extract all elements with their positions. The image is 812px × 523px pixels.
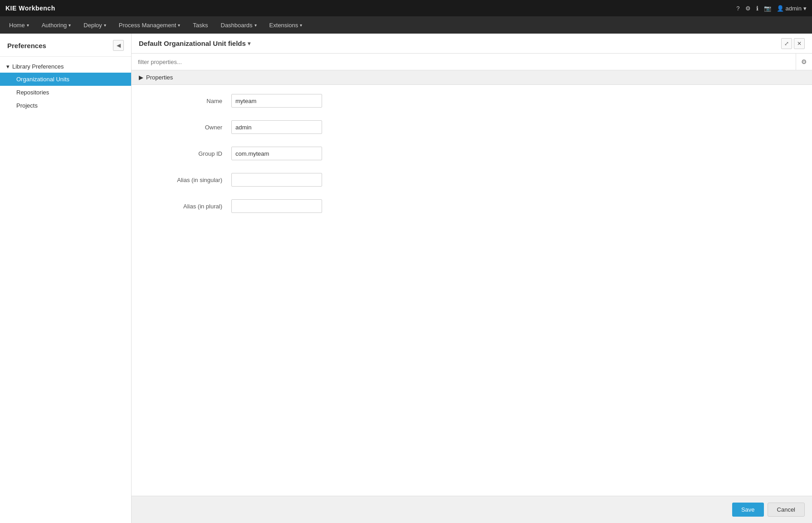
properties-header[interactable]: ▶ Properties bbox=[132, 70, 812, 84]
close-button[interactable]: ✕ bbox=[794, 38, 805, 49]
help-icon[interactable]: ? bbox=[736, 5, 739, 12]
menu-tasks[interactable]: Tasks bbox=[187, 19, 213, 31]
main-panel-content: ▶ Properties Name Owner bbox=[132, 70, 812, 496]
sidebar-collapse-button[interactable]: ◀ bbox=[113, 40, 124, 51]
dashboards-arrow-icon: ▾ bbox=[254, 23, 257, 28]
authoring-arrow-icon: ▾ bbox=[68, 23, 71, 28]
panel-title-arrow-icon: ▾ bbox=[248, 40, 250, 47]
sidebar-item-projects[interactable]: Projects bbox=[0, 99, 131, 112]
user-icon: 👤 bbox=[777, 5, 784, 12]
sidebar-item-repositories[interactable]: Repositories bbox=[0, 86, 131, 99]
user-menu[interactable]: 👤 admin ▾ bbox=[777, 5, 807, 12]
library-preferences-label: Library Preferences bbox=[12, 63, 64, 70]
content-area: Preferences ◀ ▾ Library Preferences Orga… bbox=[0, 34, 812, 523]
camera-icon[interactable]: 📷 bbox=[764, 5, 771, 12]
group-id-input[interactable] bbox=[231, 147, 322, 160]
spacer-area bbox=[132, 300, 812, 496]
form-row-group-id: Group ID bbox=[150, 147, 794, 160]
owner-input[interactable] bbox=[231, 120, 322, 134]
brand-logo: KIE Workbench bbox=[5, 5, 55, 12]
sidebar-header: Preferences ◀ bbox=[0, 34, 131, 57]
process-management-arrow-icon: ▾ bbox=[178, 23, 180, 28]
library-preferences-arrow-icon: ▾ bbox=[6, 63, 10, 70]
name-label: Name bbox=[150, 98, 231, 104]
alias-singular-label: Alias (in singular) bbox=[150, 177, 231, 183]
info-icon[interactable]: ℹ bbox=[756, 5, 758, 12]
form-row-name: Name bbox=[150, 94, 794, 108]
properties-section: ▶ Properties bbox=[132, 70, 812, 85]
menu-home[interactable]: Home ▾ bbox=[4, 19, 34, 31]
filter-settings-button[interactable]: ⚙ bbox=[796, 54, 812, 70]
filter-input[interactable] bbox=[132, 55, 796, 69]
menu-deploy[interactable]: Deploy ▾ bbox=[78, 19, 111, 31]
alias-plural-label: Alias (in plural) bbox=[150, 203, 231, 210]
home-arrow-icon: ▾ bbox=[27, 23, 29, 28]
sidebar-section: ▾ Library Preferences Organizational Uni… bbox=[0, 57, 131, 116]
form-row-alias-plural: Alias (in plural) bbox=[150, 199, 794, 213]
expand-button[interactable]: ⤢ bbox=[781, 38, 792, 49]
panel-title: Default Organizational Unit fields ▾ bbox=[139, 39, 250, 47]
user-arrow-icon: ▾ bbox=[803, 5, 807, 12]
save-button[interactable]: Save bbox=[732, 503, 764, 517]
sidebar: Preferences ◀ ▾ Library Preferences Orga… bbox=[0, 34, 132, 523]
owner-label: Owner bbox=[150, 124, 231, 131]
top-navbar: KIE Workbench ? ⚙ ℹ 📷 👤 admin ▾ bbox=[0, 0, 812, 16]
username-label: admin bbox=[786, 5, 802, 12]
properties-label: Properties bbox=[146, 74, 173, 81]
alias-singular-input[interactable] bbox=[231, 173, 322, 187]
filter-bar: ⚙ bbox=[132, 54, 812, 70]
form-row-owner: Owner bbox=[150, 120, 794, 134]
alias-plural-input[interactable] bbox=[231, 199, 322, 213]
panel-header-actions: ⤢ ✕ bbox=[781, 38, 805, 49]
menu-extensions[interactable]: Extensions ▾ bbox=[264, 19, 308, 31]
name-input[interactable] bbox=[231, 94, 322, 108]
menu-process-management[interactable]: Process Management ▾ bbox=[113, 19, 186, 31]
menu-dashboards[interactable]: Dashboards ▾ bbox=[215, 19, 262, 31]
sidebar-item-organizational-units[interactable]: Organizational Units bbox=[0, 73, 131, 86]
menu-authoring[interactable]: Authoring ▾ bbox=[36, 19, 77, 31]
sidebar-title: Preferences bbox=[7, 42, 46, 49]
main-menubar: Home ▾ Authoring ▾ Deploy ▾ Process Mana… bbox=[0, 16, 812, 34]
footer-area: Save Cancel bbox=[132, 496, 812, 523]
form-row-alias-singular: Alias (in singular) bbox=[150, 173, 794, 187]
main-panel: Default Organizational Unit fields ▾ ⤢ ✕… bbox=[132, 34, 812, 523]
navbar-icons-group: ? ⚙ ℹ 📷 👤 admin ▾ bbox=[736, 5, 807, 12]
group-id-label: Group ID bbox=[150, 150, 231, 157]
extensions-arrow-icon: ▾ bbox=[300, 23, 302, 28]
deploy-arrow-icon: ▾ bbox=[104, 23, 106, 28]
panel-header: Default Organizational Unit fields ▾ ⤢ ✕ bbox=[132, 34, 812, 54]
properties-arrow-icon: ▶ bbox=[139, 74, 143, 81]
settings-icon[interactable]: ⚙ bbox=[745, 5, 751, 12]
cancel-button[interactable]: Cancel bbox=[768, 503, 805, 517]
library-preferences-group[interactable]: ▾ Library Preferences bbox=[0, 60, 131, 73]
form-area: Name Owner Group ID bbox=[132, 85, 812, 300]
